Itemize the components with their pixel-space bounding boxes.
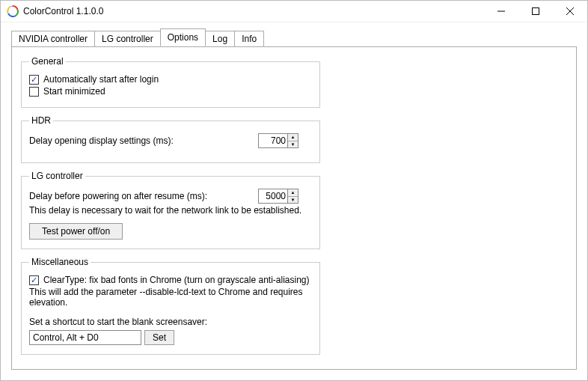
content-area: NVIDIA controller LG controller Options … <box>1 22 587 380</box>
hdr-delay-input[interactable] <box>259 134 287 147</box>
autostart-checkbox[interactable] <box>29 75 39 85</box>
titlebar: ColorControl 1.1.0.0 <box>1 1 587 22</box>
group-lg-controller: LG controller Delay before powering on a… <box>21 171 320 249</box>
svg-rect-2 <box>533 8 539 15</box>
shortcut-input[interactable] <box>29 330 141 345</box>
app-window: ColorControl 1.1.0.0 NVIDIA controller L… <box>0 0 588 381</box>
close-button[interactable] <box>553 1 587 22</box>
group-hdr-legend: HDR <box>29 115 53 126</box>
group-hdr: HDR Delay opening display settings (ms):… <box>21 115 320 163</box>
hdr-delay-label: Delay opening display settings (ms): <box>29 135 174 146</box>
tab-nvidia[interactable]: NVIDIA controller <box>11 31 95 47</box>
hdr-delay-down[interactable]: ▼ <box>288 141 298 148</box>
maximize-button[interactable] <box>518 1 553 22</box>
hdr-delay-up[interactable]: ▲ <box>288 134 298 141</box>
autostart-label: Automatically start after login <box>43 74 159 85</box>
window-controls <box>484 1 587 22</box>
start-minimized-label: Start minimized <box>43 86 105 97</box>
cleartype-description: This will add the parameter --disable-lc… <box>29 287 312 308</box>
tab-log[interactable]: Log <box>205 31 235 47</box>
start-minimized-checkbox[interactable] <box>29 87 39 97</box>
lg-delay-input[interactable] <box>259 189 287 203</box>
shortcut-set-button[interactable]: Set <box>144 330 174 345</box>
tab-options[interactable]: Options <box>160 28 206 46</box>
tab-panel-options: General Automatically start after login … <box>11 46 577 370</box>
lg-delay-description: This delay is necessary to wait for the … <box>29 205 312 216</box>
minimize-button[interactable] <box>484 1 518 22</box>
test-power-button[interactable]: Test power off/on <box>29 223 123 240</box>
cleartype-checkbox[interactable] <box>29 275 39 285</box>
hdr-delay-stepper[interactable]: ▲ ▼ <box>258 133 298 148</box>
shortcut-label: Set a shortcut to start the blank screen… <box>29 317 312 327</box>
lg-delay-label: Delay before powering on after resume (m… <box>29 191 207 201</box>
lg-delay-up[interactable]: ▲ <box>288 189 298 197</box>
window-title: ColorControl 1.1.0.0 <box>23 6 103 16</box>
tab-strip: NVIDIA controller LG controller Options … <box>11 30 577 46</box>
group-misc-legend: Miscellaneous <box>29 257 91 267</box>
app-icon <box>7 5 19 17</box>
lg-delay-down[interactable]: ▼ <box>288 197 298 204</box>
tab-info[interactable]: Info <box>234 31 264 47</box>
tab-lg[interactable]: LG controller <box>94 31 161 47</box>
cleartype-label: ClearType: fix bad fonts in Chrome (turn… <box>43 275 310 285</box>
group-general: General Automatically start after login … <box>21 56 320 108</box>
group-general-legend: General <box>29 56 66 67</box>
group-misc: Miscellaneous ClearType: fix bad fonts i… <box>21 257 320 355</box>
group-lg-legend: LG controller <box>29 171 85 181</box>
lg-delay-stepper[interactable]: ▲ ▼ <box>258 189 298 204</box>
